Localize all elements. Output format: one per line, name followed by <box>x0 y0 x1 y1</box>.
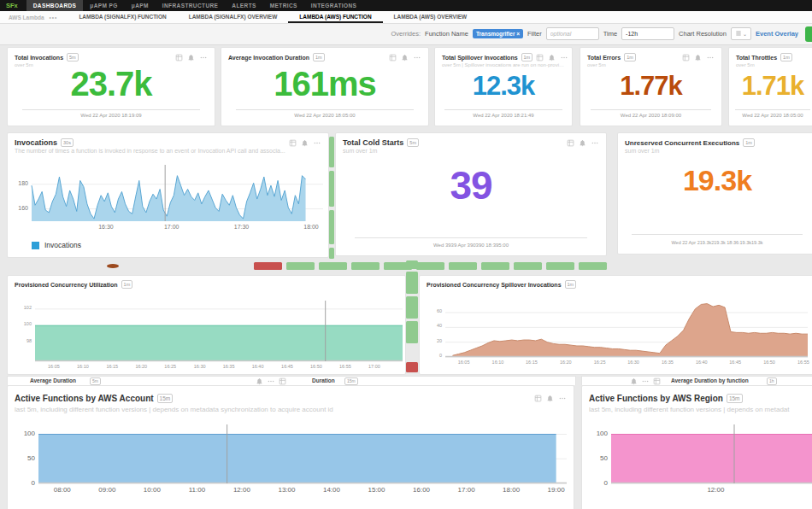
bell-icon[interactable] <box>694 54 702 61</box>
table-icon[interactable] <box>567 139 574 147</box>
heatmap-cell <box>514 262 542 270</box>
resolution-badge: 1m <box>743 138 755 147</box>
tab-lambda-aws-function[interactable]: LAMBDA (AWS) FUNCTION <box>288 11 382 23</box>
kpi-subtitle: over 5m | Spillover invocations are run … <box>435 61 572 67</box>
bell-icon[interactable] <box>301 139 309 147</box>
chart-subtitle: last 5m, including different function ve… <box>582 403 812 413</box>
heatmap-cell <box>319 262 347 270</box>
bell-icon[interactable] <box>548 54 556 61</box>
function-name-chip[interactable]: Transmogrifier × <box>473 29 523 38</box>
kpi-title: Total Throttles <box>736 55 777 61</box>
more-icon[interactable] <box>706 54 715 61</box>
kpi-card-total-spillover-invocations: Total Spillover Invocations1mover 5m | S… <box>434 47 573 126</box>
y-axis-tick: 100 <box>587 430 608 437</box>
table-icon[interactable] <box>289 139 297 147</box>
y-axis-tick: 60 <box>421 308 442 313</box>
x-axis-tick: 16:55 <box>790 360 812 365</box>
table-icon[interactable] <box>682 54 690 61</box>
kpi-card-average-invocation-duration: Average Invocation Duration1m161msWed 22… <box>221 47 429 126</box>
account-plot[interactable]: 05010008:0009:0010:0011:0012:0013:0014:0… <box>38 428 567 483</box>
y-axis-tick: 50 <box>15 454 35 462</box>
table-icon[interactable] <box>175 54 183 61</box>
event-overlay-link[interactable]: Event Overlay <box>756 30 798 38</box>
group-more-icon[interactable]: ••• <box>44 15 68 20</box>
legend-swatch <box>32 242 39 249</box>
x-axis-tick: 15:00 <box>363 486 391 494</box>
bell-icon[interactable] <box>546 395 554 402</box>
nav-item-dashboards[interactable]: DASHBOARDS <box>26 0 84 11</box>
chart-resolution-label: Chart Resolution <box>679 30 727 38</box>
provisioned-concurrency-utilization-card: Provisioned Concurrency Utilization 1m 9… <box>7 275 406 375</box>
heatmap-cell <box>406 321 418 343</box>
x-axis-tick: 11:00 <box>183 486 210 494</box>
x-axis-tick: 17:30 <box>228 224 256 230</box>
divider <box>444 109 562 110</box>
x-axis-tick: 18:00 <box>497 486 525 494</box>
provisioned-concurrency-spillover-card: Provisioned Concurrency Spillover Invoca… <box>419 275 812 375</box>
tab-lambda-aws-overview[interactable]: LAMBDA (AWS) OVERVIEW <box>383 11 479 23</box>
kpi-timestamp: Wed 22 Apr 2020 18:05:00 <box>221 113 428 118</box>
region-plot[interactable]: 05010012:00 <box>611 428 812 483</box>
kpi-subtitle <box>221 61 428 62</box>
chart-title: Active Functions by AWS Account <box>15 394 154 403</box>
more-icon[interactable] <box>560 54 568 61</box>
chart-title: Invocations <box>15 138 57 147</box>
kpi-title: Average Invocation Duration <box>228 55 309 61</box>
more-icon[interactable] <box>591 139 599 147</box>
pcsi-plot[interactable]: 020406016:0516:1016:1516:2016:2516:3016:… <box>445 298 808 357</box>
chart-resolution-dropdown[interactable]: ⌄ <box>731 27 751 40</box>
heatmap-cell <box>406 362 418 372</box>
x-axis-tick: 16:10 <box>484 360 511 365</box>
bell-icon[interactable] <box>401 54 409 61</box>
heatmap-cell <box>406 260 418 269</box>
nav-item-alerts[interactable]: ALERTS <box>225 0 262 11</box>
more-icon[interactable] <box>558 395 567 402</box>
overrides-label: Overrides: <box>391 30 421 38</box>
y-axis-tick: 0 <box>421 353 442 358</box>
resolution-badge: 5m <box>407 138 419 147</box>
x-axis-tick: 16:35 <box>215 364 243 369</box>
pcu-plot[interactable]: 9810010216:0516:1016:1516:2016:2516:3016… <box>35 304 403 361</box>
dashboard-group-name[interactable]: AWS Lambda <box>0 15 44 20</box>
nav-item--apm-pg[interactable]: μAPM PG <box>83 0 124 11</box>
bell-icon[interactable] <box>187 54 195 61</box>
nav-item-metrics[interactable]: METRICS <box>263 0 304 11</box>
active-functions-by-region-card: Active Functions by AWS Region 15m last … <box>581 385 812 509</box>
total-cold-starts-card: Total Cold Starts 5m sum over 1m 39 Wed … <box>335 132 607 256</box>
nav-item--apm[interactable]: μAPM <box>125 0 156 11</box>
invocations-plot[interactable]: 16018016:3017:0017:3018:00 <box>32 168 323 221</box>
chart-legend[interactable]: Invocations <box>32 241 81 249</box>
more-icon[interactable] <box>413 54 421 61</box>
chart-subtitle: sum over 1m <box>618 147 812 154</box>
table-icon[interactable] <box>536 54 544 61</box>
more-icon[interactable] <box>199 54 208 61</box>
sfx-logo[interactable]: SFx <box>0 2 26 9</box>
table-icon[interactable] <box>389 54 397 61</box>
single-value: 19.3k <box>618 164 812 197</box>
more-icon[interactable] <box>313 139 321 147</box>
y-axis-tick: 40 <box>421 323 442 328</box>
time-input[interactable] <box>621 27 674 40</box>
chart-title: Average Duration <box>30 377 76 383</box>
table-icon[interactable] <box>534 395 542 402</box>
divider <box>591 109 712 110</box>
x-axis-tick: 18:00 <box>297 224 325 230</box>
menu-icon <box>735 30 742 38</box>
tab-lambda-signalfx-overview[interactable]: LAMBDA (SIGNALFX) OVERVIEW <box>178 11 289 23</box>
tab-lambda-signalfx-function[interactable]: LAMBDA (SIGNALFX) FUNCTION <box>68 11 177 23</box>
divider <box>632 234 803 235</box>
heatmap-cell <box>329 137 334 167</box>
x-axis-tick: 17:00 <box>453 486 480 494</box>
filter-input[interactable] <box>546 27 599 40</box>
nav-item-infrastructure[interactable]: INFRASTRUCTURE <box>156 0 226 11</box>
nav-item-integrations[interactable]: INTEGRATIONS <box>304 0 363 11</box>
value-timestamp: Wed 22 Apr 219.3k219.3k 18:36:19.3k19.3k <box>618 240 812 245</box>
bell-icon[interactable] <box>579 139 586 147</box>
kpi-value: 12.3k <box>435 71 572 102</box>
average-duration-by-function-strip: Average Duration by function 1h <box>581 376 812 385</box>
x-axis-tick: 17:00 <box>361 364 388 369</box>
resolution-badge: 1m <box>313 53 325 61</box>
overrides-action-button[interactable] <box>805 26 812 42</box>
x-axis-tick: 16:50 <box>303 364 330 369</box>
unreserved-concurrent-executions-card: Unreserved Concurrent Executions 1m sum … <box>617 132 812 254</box>
